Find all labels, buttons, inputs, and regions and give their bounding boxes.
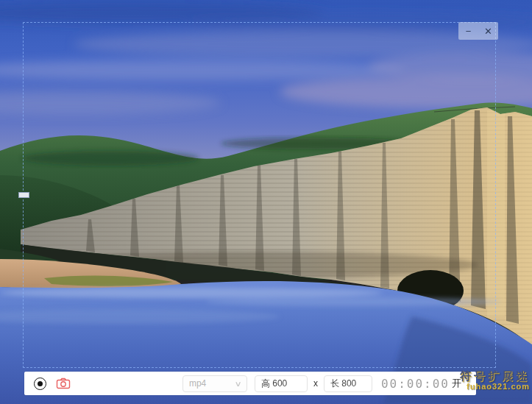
- close-icon: ✕: [484, 26, 492, 37]
- format-select[interactable]: mp4 ∨: [182, 375, 247, 392]
- format-select-value: mp4: [189, 378, 206, 389]
- minimize-icon: −: [466, 26, 472, 37]
- screen-recorder-app: − ✕ mp4 ∨ x 00:00:00 开: [0, 0, 532, 404]
- width-input[interactable]: [324, 375, 372, 392]
- toolbar-settings-group: mp4 ∨ x 00:00:00 开: [182, 375, 461, 392]
- chevron-down-icon: ∨: [234, 380, 241, 388]
- close-button[interactable]: ✕: [478, 22, 498, 40]
- recorder-toolbar: mp4 ∨ x 00:00:00 开: [24, 372, 476, 395]
- window-controls: − ✕: [458, 22, 498, 40]
- height-input[interactable]: [255, 375, 308, 392]
- record-icon: [38, 381, 43, 386]
- record-button[interactable]: [34, 378, 46, 390]
- minimize-button[interactable]: −: [458, 22, 478, 40]
- screenshot-button[interactable]: [56, 378, 71, 389]
- capture-selection-region[interactable]: [23, 22, 496, 368]
- dimension-separator: x: [313, 378, 318, 389]
- recording-timer: 00:00:00: [381, 377, 450, 391]
- start-label[interactable]: 开: [452, 377, 461, 390]
- camera-icon: [56, 378, 71, 389]
- selection-resize-handle-left[interactable]: [18, 192, 29, 198]
